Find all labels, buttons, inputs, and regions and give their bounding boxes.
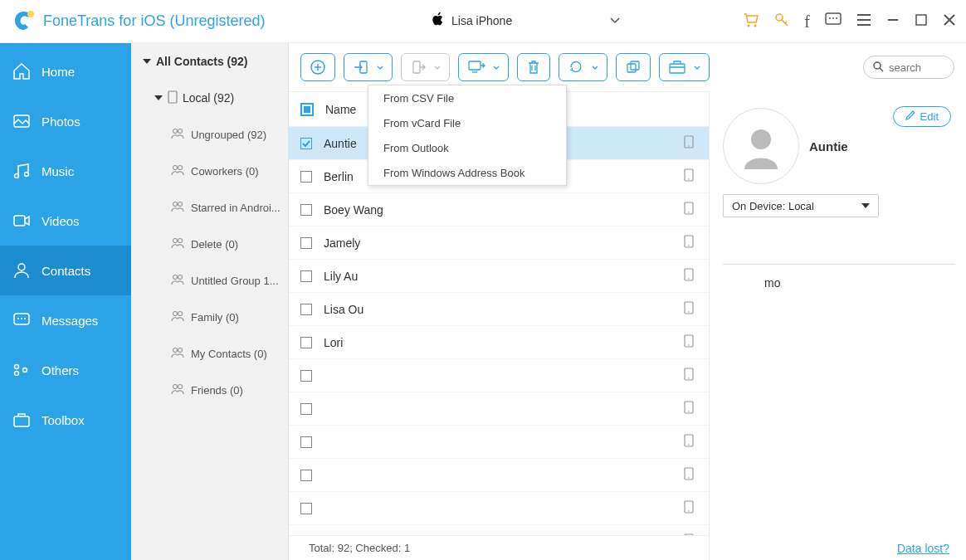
- contact-row[interactable]: Boey Wang: [289, 193, 709, 226]
- svg-point-48: [688, 145, 690, 147]
- contact-name-cell: Berlin: [324, 170, 354, 183]
- sidebar-label: Photos: [41, 114, 80, 129]
- sidebar-item-others[interactable]: Others: [0, 345, 131, 395]
- group-item[interactable]: Starred in Androi...: [131, 189, 288, 226]
- svg-point-23: [173, 129, 178, 133]
- music-icon: [12, 161, 32, 181]
- contact-row[interactable]: Jamely: [289, 226, 709, 260]
- device-select-label: On Device: Local: [732, 200, 814, 212]
- maximize-icon[interactable]: [915, 13, 928, 31]
- edit-button[interactable]: Edit: [893, 106, 951, 127]
- group-item-label: Ungrouped (92): [191, 129, 266, 141]
- chevron-down-icon: [610, 16, 620, 26]
- sidebar-item-contacts[interactable]: Contacts: [0, 246, 131, 295]
- svg-point-20: [23, 368, 27, 373]
- export-pc-button[interactable]: [458, 53, 509, 81]
- row-checkbox[interactable]: [300, 337, 312, 348]
- home-icon: [12, 61, 32, 81]
- sidebar-label: Toolbox: [41, 413, 85, 427]
- data-lost-link[interactable]: Data lost?: [897, 542, 949, 555]
- sidebar-item-home[interactable]: Home: [0, 46, 131, 96]
- row-checkbox[interactable]: [300, 503, 312, 514]
- cart-icon[interactable]: [743, 12, 759, 32]
- device-select[interactable]: On Device: Local: [723, 194, 879, 217]
- sidebar-item-toolbox[interactable]: Toolbox: [0, 395, 131, 445]
- refresh-button[interactable]: [559, 53, 607, 81]
- phone-device-icon: [684, 235, 694, 251]
- svg-rect-45: [670, 64, 685, 73]
- header-checkbox[interactable]: [300, 103, 314, 116]
- group-item[interactable]: Family (0): [131, 299, 288, 335]
- contact-name-cell: Boey Wang: [324, 203, 383, 217]
- menu-icon[interactable]: [856, 13, 871, 31]
- dropdown-item-vcard[interactable]: From vCard File: [368, 110, 566, 135]
- add-button[interactable]: [300, 53, 335, 81]
- svg-rect-43: [627, 64, 636, 72]
- contact-row[interactable]: [289, 359, 709, 392]
- status-bar: Total: 92; Checked: 1: [289, 535, 709, 560]
- svg-point-13: [18, 264, 25, 270]
- key-icon[interactable]: [774, 12, 789, 32]
- svg-point-17: [24, 318, 26, 319]
- search-icon: [872, 61, 884, 75]
- group-local[interactable]: Local (92): [131, 80, 288, 116]
- sidebar-item-messages[interactable]: Messages: [0, 295, 131, 345]
- dropdown-item-outlook[interactable]: From Outlook: [368, 135, 566, 160]
- svg-point-73: [751, 129, 771, 149]
- group-item[interactable]: My Contacts (0): [131, 335, 288, 372]
- row-checkbox[interactable]: [300, 304, 312, 315]
- row-checkbox[interactable]: [300, 138, 312, 149]
- minimize-icon[interactable]: [886, 13, 900, 31]
- app-title: FoneTrans for iOS (Unregistered): [43, 12, 265, 30]
- sidebar-item-videos[interactable]: Videos: [0, 196, 131, 246]
- contact-row[interactable]: ⋮: [289, 525, 709, 535]
- dropdown-item-wab[interactable]: From Windows Address Book: [368, 160, 566, 185]
- group-item[interactable]: Coworkers (0): [131, 153, 288, 189]
- export-device-button[interactable]: [401, 53, 450, 81]
- sidebar-item-photos[interactable]: Photos: [0, 96, 131, 146]
- group-header-all[interactable]: All Contacts (92): [131, 43, 288, 80]
- group-item[interactable]: Untitled Group 1...: [131, 262, 288, 299]
- search-input[interactable]: [889, 61, 939, 74]
- more-dots-icon: ⋮: [646, 535, 657, 536]
- contact-row[interactable]: Lori: [289, 326, 709, 359]
- delete-button[interactable]: [517, 53, 550, 81]
- row-checkbox[interactable]: [300, 237, 312, 249]
- row-checkbox[interactable]: [300, 171, 312, 183]
- row-checkbox[interactable]: [300, 270, 312, 282]
- group-item[interactable]: Ungrouped (92): [131, 116, 288, 153]
- backup-button[interactable]: [659, 53, 710, 81]
- videos-icon: [12, 211, 32, 231]
- sidebar-label: Music: [41, 164, 74, 178]
- group-item[interactable]: Friends (0): [131, 372, 288, 408]
- dedupe-button[interactable]: [616, 53, 651, 81]
- svg-rect-8: [916, 15, 926, 25]
- row-checkbox[interactable]: [300, 204, 312, 216]
- phone-device-icon: [684, 500, 694, 516]
- svg-point-52: [688, 212, 690, 213]
- contacts-icon: [12, 261, 32, 280]
- groups-panel: All Contacts (92) Local (92) Ungrouped (…: [131, 43, 289, 560]
- contact-row[interactable]: [289, 492, 709, 525]
- group-item[interactable]: Delete (0): [131, 226, 288, 262]
- apple-icon: [432, 12, 445, 29]
- row-checkbox[interactable]: [300, 470, 312, 481]
- contact-row[interactable]: [289, 426, 709, 459]
- svg-point-38: [178, 384, 183, 388]
- contact-row[interactable]: [289, 459, 709, 492]
- row-checkbox[interactable]: [300, 370, 312, 382]
- contact-row[interactable]: [289, 392, 709, 426]
- sidebar-item-music[interactable]: Music: [0, 146, 131, 196]
- dropdown-item-csv[interactable]: From CSV File: [368, 85, 566, 110]
- contact-row[interactable]: Lily Au: [289, 260, 709, 293]
- search-box[interactable]: [863, 56, 954, 79]
- device-selector[interactable]: Lisa iPhone: [432, 12, 620, 29]
- close-icon[interactable]: [943, 13, 956, 31]
- row-checkbox[interactable]: [300, 436, 312, 448]
- import-button[interactable]: [344, 53, 393, 81]
- contact-row[interactable]: Lisa Ou: [289, 293, 709, 326]
- feedback-icon[interactable]: [825, 12, 842, 32]
- facebook-icon[interactable]: f: [804, 12, 810, 32]
- people-icon: [171, 383, 184, 397]
- row-checkbox[interactable]: [300, 403, 312, 415]
